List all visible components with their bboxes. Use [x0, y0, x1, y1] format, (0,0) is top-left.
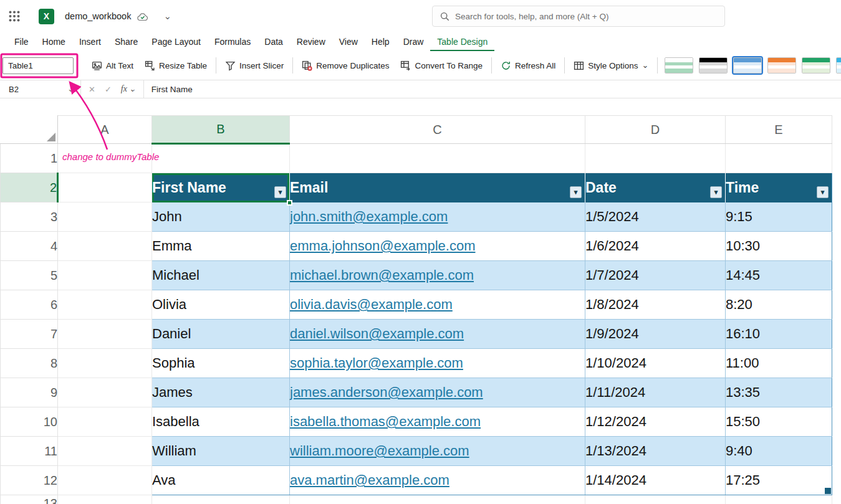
table-cell-email[interactable]: sophia.taylor@example.com	[290, 349, 585, 378]
table-style-thumbnail[interactable]	[699, 57, 728, 74]
cell[interactable]	[726, 495, 832, 504]
table-header-email[interactable]: Email ▾	[290, 173, 585, 202]
table-cell-date[interactable]: 1/9/2024	[585, 320, 726, 349]
search-input[interactable]	[455, 12, 724, 21]
table-cell-time[interactable]: 9:15	[726, 202, 832, 232]
search-bar[interactable]	[432, 6, 725, 27]
table-header-date[interactable]: Date ▾	[585, 173, 726, 202]
menu-tab-formulas[interactable]: Formulas	[208, 37, 257, 51]
table-cell-date[interactable]: 1/12/2024	[585, 407, 726, 437]
table-cell-email[interactable]: daniel.wilson@example.com	[290, 320, 585, 349]
table-cell-email[interactable]: james.anderson@example.com	[290, 378, 585, 407]
table-cell-email[interactable]: john.smith@example.com	[290, 202, 585, 232]
table-header-time[interactable]: Time ▾	[726, 173, 832, 202]
cell[interactable]	[290, 495, 585, 504]
table-cell-name[interactable]: John	[152, 202, 290, 232]
app-launcher-button[interactable]	[6, 8, 22, 24]
row-header[interactable]: 6	[1, 290, 58, 320]
table-cell-name[interactable]: Daniel	[152, 320, 290, 349]
table-cell-time[interactable]: 11:00	[726, 349, 832, 378]
column-header-a[interactable]: A	[58, 116, 152, 144]
insert-slicer-button[interactable]: Insert Slicer	[219, 55, 289, 75]
menu-tab-table-design[interactable]: Table Design	[430, 37, 494, 51]
filter-button[interactable]: ▾	[570, 186, 582, 198]
cell[interactable]	[58, 349, 152, 378]
table-cell-date[interactable]: 1/5/2024	[585, 202, 726, 232]
table-style-thumbnail-selected[interactable]	[733, 57, 762, 74]
table-cell-time[interactable]: 15:50	[726, 407, 832, 437]
cell[interactable]	[58, 437, 152, 466]
table-cell-email[interactable]: michael.brown@example.com	[290, 261, 585, 290]
menu-tab-share[interactable]: Share	[108, 37, 145, 51]
resize-table-button[interactable]: Resize Table	[139, 55, 213, 75]
title-chevron-icon[interactable]: ⌄	[163, 13, 171, 19]
table-style-thumbnail[interactable]	[665, 57, 693, 74]
insert-function-button[interactable]: fx ⌄	[121, 84, 136, 94]
cell[interactable]	[152, 495, 290, 504]
table-cell-time[interactable]: 17:25	[726, 466, 832, 495]
menu-tab-view[interactable]: View	[332, 37, 365, 51]
cell[interactable]	[290, 144, 585, 173]
menu-tab-help[interactable]: Help	[365, 37, 396, 51]
menu-tab-draw[interactable]: Draw	[396, 37, 431, 51]
row-header[interactable]: 5	[1, 261, 58, 290]
row-header[interactable]: 10	[1, 407, 58, 437]
row-header[interactable]: 8	[1, 349, 58, 378]
table-cell-name[interactable]: Isabella	[152, 407, 290, 437]
row-header[interactable]: 12	[1, 466, 58, 495]
cell[interactable]	[58, 232, 152, 261]
table-cell-name[interactable]: Olivia	[152, 290, 290, 320]
email-link[interactable]: sophia.taylor@example.com	[290, 355, 463, 371]
row-header[interactable]: 3	[1, 202, 58, 232]
table-style-thumbnail[interactable]	[836, 57, 841, 74]
table-cell-email[interactable]: olivia.davis@example.com	[290, 290, 585, 320]
menu-tab-file[interactable]: File	[7, 37, 36, 51]
table-cell-date[interactable]: 1/7/2024	[585, 261, 726, 290]
cell[interactable]	[58, 320, 152, 349]
email-link[interactable]: john.smith@example.com	[290, 209, 448, 224]
cell[interactable]	[58, 495, 152, 504]
table-cell-email[interactable]: emma.johnson@example.com	[290, 232, 585, 261]
row-header[interactable]: 9	[1, 378, 58, 407]
style-options-button[interactable]: Style Options ⌄	[568, 55, 654, 75]
table-cell-date[interactable]: 1/8/2024	[585, 290, 726, 320]
table-cell-time[interactable]: 16:10	[726, 320, 832, 349]
column-header-c[interactable]: C	[290, 116, 585, 144]
menu-tab-data[interactable]: Data	[257, 37, 290, 51]
table-cell-email[interactable]: william.moore@example.com	[290, 437, 585, 466]
cell[interactable]	[726, 144, 832, 173]
filter-button[interactable]: ▾	[817, 186, 829, 198]
menu-tab-review[interactable]: Review	[290, 37, 332, 51]
table-cell-time[interactable]: 10:30	[726, 232, 832, 261]
menu-tab-insert[interactable]: Insert	[72, 37, 108, 51]
table-cell-name[interactable]: Emma	[152, 232, 290, 261]
email-link[interactable]: isabella.thomas@example.com	[290, 414, 481, 429]
table-style-thumbnail[interactable]	[767, 57, 796, 74]
email-link[interactable]: ava.martin@example.com	[290, 472, 449, 488]
row-header[interactable]: 13	[1, 495, 58, 504]
table-cell-time[interactable]: 8:20	[726, 290, 832, 320]
cell[interactable]	[58, 173, 152, 202]
cell[interactable]	[58, 202, 152, 232]
name-box[interactable]: B2 ⌄	[0, 80, 81, 98]
convert-to-range-button[interactable]: Convert To Range	[395, 55, 488, 75]
table-cell-name[interactable]: Michael	[152, 261, 290, 290]
row-header[interactable]: 7	[1, 320, 58, 349]
table-cell-date[interactable]: 1/6/2024	[585, 232, 726, 261]
table-header-first-name[interactable]: First Name ▾	[152, 173, 290, 202]
cell[interactable]	[58, 466, 152, 495]
table-cell-time[interactable]: 14:45	[726, 261, 832, 290]
cell[interactable]	[585, 495, 726, 504]
table-cell-date[interactable]: 1/14/2024	[585, 466, 726, 495]
row-header[interactable]: 11	[1, 437, 58, 466]
row-header[interactable]: 1	[1, 144, 58, 173]
alt-text-button[interactable]: Alt Text	[86, 55, 139, 75]
workbook-title[interactable]: demo_workbook	[65, 11, 131, 21]
row-header[interactable]: 4	[1, 232, 58, 261]
cell[interactable]	[585, 144, 726, 173]
email-link[interactable]: emma.johnson@example.com	[290, 238, 475, 254]
table-cell-date[interactable]: 1/10/2024	[585, 349, 726, 378]
cancel-icon[interactable]: ✕	[89, 85, 95, 94]
table-cell-name[interactable]: Ava	[152, 466, 290, 495]
cell[interactable]	[58, 378, 152, 407]
